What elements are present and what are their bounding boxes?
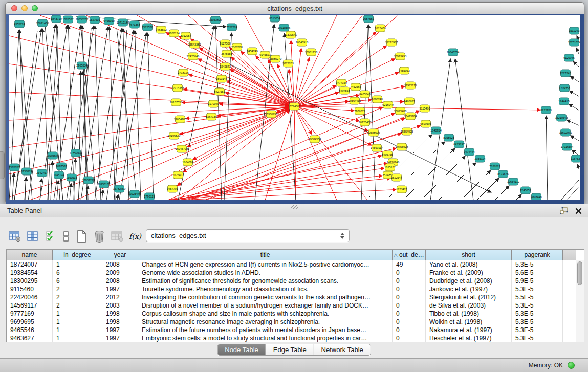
close-window-button[interactable] <box>11 5 17 11</box>
graph-node[interactable]: 1615480 <box>375 25 385 32</box>
graph-node[interactable]: 9097587 <box>56 163 67 170</box>
header-cell-title[interactable]: title <box>138 250 393 260</box>
graph-node[interactable]: 1209358 <box>559 84 570 92</box>
table-row[interactable]: 1872400712008Changes of HCN gene express… <box>7 260 584 269</box>
graph-node[interactable]: 1843719 <box>51 15 61 23</box>
graph-node[interactable]: 16648784 <box>447 49 459 56</box>
graph-node[interactable]: 2905334 <box>76 62 87 69</box>
graph-node[interactable]: 1156869 <box>21 168 32 175</box>
graph-node[interactable]: 2342757 <box>36 169 47 177</box>
header-cell-year[interactable]: year <box>102 250 138 260</box>
function-builder-button[interactable]: f(x) <box>128 230 142 243</box>
graph-node[interactable]: 2367608 <box>231 43 242 51</box>
table-row[interactable]: 969969511998Structural magnetic resonanc… <box>7 318 584 326</box>
graph-node[interactable]: 8427552 <box>214 88 225 95</box>
header-cell-in_degree[interactable]: in_degree <box>53 250 102 260</box>
panel-resize-grip[interactable] <box>291 205 298 209</box>
graph-node[interactable]: 1733426 <box>396 186 407 193</box>
column-visibility-button[interactable] <box>26 230 39 243</box>
graph-node[interactable]: 2687682 <box>363 15 374 23</box>
graph-node[interactable]: 18300295 <box>265 111 277 118</box>
delete-column-button[interactable] <box>111 230 124 243</box>
graph-node[interactable]: 10958167 <box>98 181 110 188</box>
graph-node[interactable]: 18724007 <box>288 103 300 110</box>
graph-node[interactable]: 1527602 <box>89 16 100 24</box>
graph-node[interactable]: 9474444 <box>464 148 474 156</box>
graph-node[interactable]: 10973493 <box>394 53 406 60</box>
graph-node[interactable]: 16210643 <box>555 114 568 121</box>
graph-node[interactable]: 12213967 <box>385 39 398 46</box>
graph-node[interactable]: 17359924 <box>70 149 82 157</box>
graph-node[interactable]: 12213383 <box>171 84 184 92</box>
float-panel-button[interactable] <box>560 207 568 216</box>
table-row[interactable]: 1830029562008Estimation of significance … <box>7 277 584 285</box>
graph-node[interactable]: 1145194 <box>53 171 64 179</box>
graph-node[interactable]: 1080748 <box>372 96 382 103</box>
delete-table-button[interactable] <box>93 230 106 243</box>
graph-node[interactable]: 9457791 <box>167 185 178 192</box>
graph-node[interactable]: 1015132 <box>384 164 395 171</box>
graph-node[interactable]: 8215953 <box>540 106 551 114</box>
graph-node[interactable]: 20206576 <box>47 152 59 159</box>
graph-node[interactable]: 16961758 <box>305 49 317 56</box>
graph-node[interactable]: 7485063 <box>399 67 409 74</box>
graph-node[interactable]: 1640954 <box>430 127 441 134</box>
graph-node[interactable]: 9129946 <box>563 54 574 61</box>
graph-node[interactable]: 7462666 <box>350 83 361 91</box>
graph-node[interactable]: 16720407 <box>359 119 371 126</box>
graph-node[interactable]: 7986372 <box>354 107 365 115</box>
graph-node[interactable]: 1585051 <box>9 164 20 171</box>
graph-node[interactable]: 2718126 <box>178 69 188 76</box>
graph-node[interactable]: 10107553 <box>170 99 182 106</box>
graph-node[interactable]: 9860124 <box>168 30 179 37</box>
graph-node[interactable]: 10025488 <box>394 107 406 115</box>
graph-node[interactable]: 9465546 <box>359 91 370 98</box>
graph-node[interactable]: 7857224 <box>226 24 237 31</box>
graph-node[interactable]: 15654923 <box>401 128 413 135</box>
tab-edge-table[interactable]: Edge Table <box>266 344 314 355</box>
graph-node[interactable]: 1167533 <box>571 155 580 162</box>
graph-node[interactable]: 9127568 <box>220 40 230 47</box>
graph-node[interactable]: 9242843 <box>220 63 230 70</box>
graph-node[interactable]: 9115460 <box>419 105 430 112</box>
new-table-button[interactable] <box>75 230 88 243</box>
graph-node[interactable]: 2803144 <box>216 75 227 82</box>
graph-node[interactable]: 10653287 <box>76 16 88 23</box>
header-cell-pagerank[interactable]: pagerank <box>512 250 563 260</box>
graph-node[interactable]: 1796119 <box>144 193 155 200</box>
graph-node[interactable]: 8267130 <box>206 113 216 120</box>
network-table-dropdown[interactable]: citations_edges.txt <box>146 229 350 242</box>
titlebar[interactable]: citations_edges.txt <box>6 3 584 14</box>
graph-node[interactable]: 17016504 <box>561 143 573 150</box>
graph-node[interactable]: 9245652 <box>520 187 531 194</box>
graph-node[interactable]: 19384554 <box>309 136 321 143</box>
header-cell-out_de[interactable]: △out_de… <box>393 250 426 260</box>
rows-button[interactable] <box>62 230 70 243</box>
graph-node[interactable]: 16640910 <box>296 39 308 46</box>
graph-node[interactable]: 17957223 <box>82 177 95 184</box>
graph-node[interactable]: 19218506 <box>278 24 290 31</box>
table-row[interactable]: 2242004622012Investigating the contribut… <box>7 293 584 301</box>
graph-node[interactable]: 1350513 <box>66 174 77 181</box>
graph-node[interactable]: 4355724 <box>14 20 25 28</box>
minimize-window-button[interactable] <box>21 5 28 11</box>
graph-node[interactable]: 6466160 <box>103 17 114 25</box>
graph-node[interactable]: 15751074 <box>568 39 580 46</box>
tab-node-table[interactable]: Node Table <box>217 344 266 355</box>
graph-node[interactable]: 9227343 <box>560 70 571 77</box>
graph-node[interactable]: 16543382 <box>188 41 201 48</box>
graph-node[interactable]: 16046798 <box>176 145 188 152</box>
graph-node[interactable]: 19196829 <box>168 132 180 139</box>
graph-node[interactable]: 6479197 <box>453 141 464 148</box>
row-selection-button[interactable] <box>44 230 57 243</box>
table-row[interactable]: 911546021997Tourette syndrome. Phenomeno… <box>7 285 584 293</box>
graph-node[interactable]: 1511243 <box>569 27 579 34</box>
graph-node[interactable]: 3822203 <box>282 60 293 67</box>
graph-node[interactable]: 19654985 <box>174 116 186 123</box>
network-graph[interactable]: 4355724206914061843719106553210653287152… <box>9 15 580 200</box>
table-row[interactable]: 1938455462009Genome-wide association stu… <box>7 269 584 277</box>
graph-node[interactable]: 7515526 <box>142 24 153 31</box>
tab-network-table[interactable]: Network Table <box>314 344 371 355</box>
graph-node[interactable]: 1664099 <box>182 159 193 166</box>
graph-node[interactable]: 9893448 <box>531 193 541 200</box>
